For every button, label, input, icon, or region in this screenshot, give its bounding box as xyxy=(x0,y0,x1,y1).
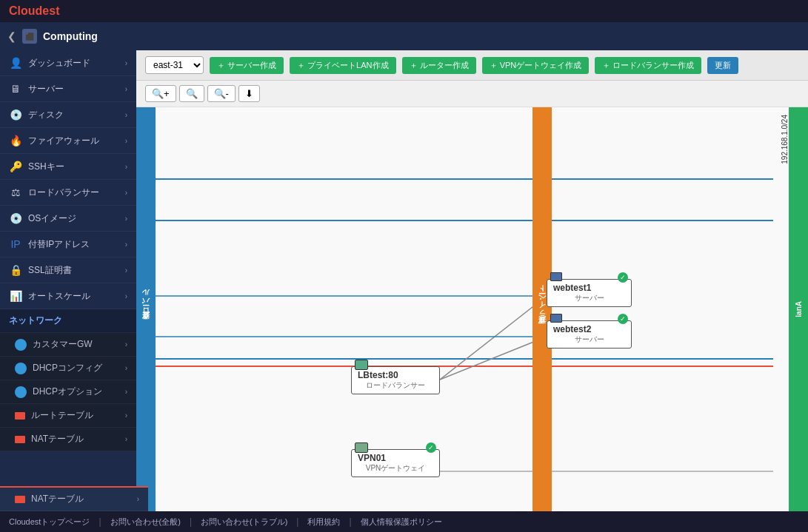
customergw-icon xyxy=(15,339,27,351)
sidebar-label-routetable: ルートテーブル xyxy=(31,409,119,422)
sidebar-item-ssh[interactable]: 🔑 SSHキー › xyxy=(0,154,136,180)
autoscale-arrow: › xyxy=(125,292,127,300)
dhcpoption-icon xyxy=(15,386,27,398)
top-header: Cloudest xyxy=(0,0,808,22)
lb-arrow: › xyxy=(125,189,127,197)
logo: Cloudest xyxy=(9,4,59,18)
zoom-out-button[interactable]: 🔍- xyxy=(207,85,236,102)
sidebar-item-dhcpoption[interactable]: DHCPオプション › xyxy=(0,380,136,404)
ssh-icon: 🔑 xyxy=(9,160,22,173)
create-vpn-button[interactable]: ＋ VPNゲートウェイ作成 xyxy=(482,57,590,74)
webtest2-node[interactable]: ✓ webtest2 サーバー xyxy=(547,320,632,349)
sidebar-item-routetable[interactable]: ルートテーブル › xyxy=(0,404,136,428)
create-server-button[interactable]: ＋ サーバー作成 xyxy=(210,57,284,74)
update-button[interactable]: 更新 xyxy=(707,57,738,74)
sidebar-item-autoscale[interactable]: 📊 オートスケール › xyxy=(0,283,136,309)
nav-bar: ❮ ⬛ Computing xyxy=(0,22,808,50)
sidebar-item-loadbalancer[interactable]: ⚖ ロードバランサー › xyxy=(0,180,136,206)
nav-chevron[interactable]: ❮ xyxy=(7,30,16,42)
logo-est: est xyxy=(42,4,59,17)
create-router-button[interactable]: ＋ ルーター作成 xyxy=(402,57,476,74)
footer-link-inquiry-general[interactable]: お問い合わせ(全般) xyxy=(110,516,181,528)
nav-icon: ⬛ xyxy=(22,29,37,44)
osimage-arrow: › xyxy=(125,215,127,223)
sidebar-item-nattable2[interactable]: NATテーブル › xyxy=(0,488,148,511)
vpn01-node[interactable]: ✓ VPN01 VPNゲートウェイ xyxy=(351,449,440,477)
webtest2-title: webtest2 xyxy=(553,324,625,334)
sidebar-label-floatingip: 付替IPアドレス xyxy=(28,238,119,251)
download-button[interactable]: ⬇ xyxy=(238,85,260,102)
sidebar-label-nattable2: NATテーブル xyxy=(31,493,131,505)
global-bar-label: 共通グローバル xyxy=(141,293,151,326)
connections-svg xyxy=(136,107,808,511)
sidebar-item-floatingip[interactable]: IP 付替IPアドレス › xyxy=(0,232,136,257)
dhcpconfig-arrow: › xyxy=(125,364,127,372)
autoscale-icon: 📊 xyxy=(9,289,22,303)
routetable-icon xyxy=(15,412,25,420)
region-dropdown[interactable]: east-31 west-21 north-11 xyxy=(145,56,204,74)
ssl-icon: 🔒 xyxy=(9,263,22,277)
lbtest-node[interactable]: LBtest:80 ロードバランサー xyxy=(351,366,440,394)
disk-arrow: › xyxy=(125,111,127,119)
osimage-icon: 💿 xyxy=(9,212,22,225)
footer: Cloudestトップページ | お問い合わせ(全般) | お問い合わせ(トラブ… xyxy=(0,511,808,532)
webtest2-type: サーバー xyxy=(553,334,625,345)
lb-node-icon xyxy=(355,360,368,370)
vpn01-type: VPNゲートウェイ xyxy=(358,463,433,474)
sidebar-item-disk[interactable]: 💿 ディスク › xyxy=(0,102,136,128)
main-layout: 👤 ダッシュボード › 🖥 サーバー › 💿 ディスク › 🔥 ファイアウォール… xyxy=(0,50,808,511)
status-check-webtest1: ✓ xyxy=(618,272,628,283)
vpn-node-icon xyxy=(355,442,368,453)
zoom-reset-button[interactable]: 🔍 xyxy=(179,85,204,102)
footer-link-terms[interactable]: 利用規約 xyxy=(307,516,340,528)
region-select[interactable]: east-31 west-21 north-11 xyxy=(145,56,204,74)
nattable2-arrow: › xyxy=(137,495,139,503)
svg-line-5 xyxy=(440,337,547,380)
status-check-webtest2: ✓ xyxy=(618,314,628,324)
footer-link-top[interactable]: Cloudestトップページ xyxy=(9,516,90,528)
sidebar-label-server: サーバー xyxy=(28,83,119,95)
nattable-icon xyxy=(15,436,25,443)
vpn01-title: VPN01 xyxy=(358,453,433,463)
create-lb-button[interactable]: ＋ ロードバランサー作成 xyxy=(595,57,701,74)
svg-line-4 xyxy=(440,296,547,380)
lb-icon: ⚖ xyxy=(9,186,22,199)
dhcpconfig-icon xyxy=(15,363,27,374)
nav-computing-label: Computing xyxy=(43,30,98,42)
sidebar-label-dhcpoption: DHCPオプション xyxy=(33,385,119,398)
status-check-vpn01: ✓ xyxy=(426,442,436,453)
footer-link-inquiry-trouble[interactable]: お問い合わせ(トラブル) xyxy=(201,516,287,528)
toolbar: east-31 west-21 north-11 ＋ サーバー作成 ＋ プライベ… xyxy=(136,50,808,81)
sidebar-label-dashboard: ダッシュボード xyxy=(28,57,119,70)
dashboard-arrow: › xyxy=(125,59,127,67)
firewall-arrow: › xyxy=(125,137,127,145)
footer-link-privacy[interactable]: 個人情報保護ポリシー xyxy=(361,516,442,528)
firewall-icon: 🔥 xyxy=(9,134,22,147)
sidebar-item-dashboard[interactable]: 👤 ダッシュボード › xyxy=(0,50,136,76)
global-bar: 共通グローバル xyxy=(136,107,156,511)
server-node-icon-webtest2 xyxy=(550,314,562,323)
routetable-arrow: › xyxy=(125,411,127,420)
sidebar-section-network: ネットワーク xyxy=(0,309,136,333)
diagram-toolbar: 🔍+ 🔍 🔍- ⬇ xyxy=(136,81,808,107)
dhcpoption-arrow: › xyxy=(125,388,127,396)
sidebar-item-customergw[interactable]: カスタマーGW › xyxy=(0,333,136,357)
sidebar-item-ssl[interactable]: 🔒 SSL証明書 › xyxy=(0,257,136,283)
sidebar-item-firewall[interactable]: 🔥 ファイアウォール › xyxy=(0,128,136,154)
subnet-label: 192.168.1.0/24 xyxy=(781,115,789,164)
webtest1-node[interactable]: ✓ webtest1 サーバー xyxy=(547,279,632,307)
create-private-lan-button[interactable]: ＋ プライベートLAN作成 xyxy=(290,57,395,74)
sidebar-label-dhcpconfig: DHCPコンフィグ xyxy=(33,362,119,374)
bottom-nattable-bar: NATテーブル › xyxy=(0,486,148,511)
zoom-in-button[interactable]: 🔍+ xyxy=(145,85,176,102)
sidebar-label-osimage: OSイメージ xyxy=(28,212,119,225)
sidebar-label-autoscale: オートスケール xyxy=(28,290,119,303)
sidebar-item-server[interactable]: 🖥 サーバー › xyxy=(0,76,136,102)
sidebar-item-osimage[interactable]: 💿 OSイメージ › xyxy=(0,206,136,232)
nattable2-icon xyxy=(15,496,25,503)
lbtest-title: LBtest:80 xyxy=(358,370,433,380)
sidebar-item-nattable[interactable]: NATテーブル › xyxy=(0,428,136,451)
sidebar-item-dhcpconfig[interactable]: DHCPコンフィグ › xyxy=(0,357,136,380)
content-area: east-31 west-21 north-11 ＋ サーバー作成 ＋ プライベ… xyxy=(136,50,808,511)
server-node-icon-webtest1 xyxy=(550,272,562,281)
